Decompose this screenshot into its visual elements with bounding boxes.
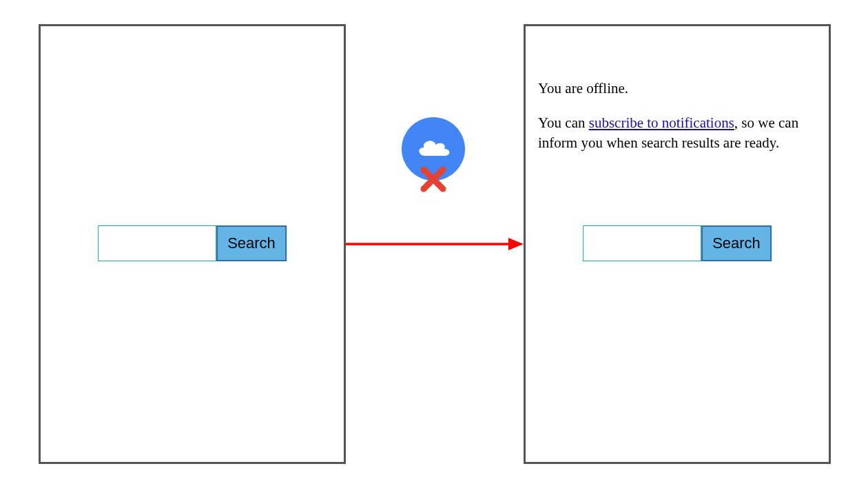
subscribe-pre: You can <box>538 114 589 131</box>
arrow-icon <box>346 230 524 258</box>
subscribe-text: You can subscribe to notifications, so w… <box>538 113 816 152</box>
search-input[interactable] <box>583 225 701 261</box>
offline-cloud-icon <box>402 117 465 181</box>
search-group-left: Search <box>98 225 287 261</box>
subscribe-link[interactable]: subscribe to notifications <box>589 114 734 131</box>
search-group-right: Search <box>583 225 772 261</box>
offline-message-block: You are offline. You can subscribe to no… <box>538 79 816 168</box>
search-input[interactable] <box>98 225 216 261</box>
search-button[interactable]: Search <box>701 225 772 261</box>
x-icon <box>420 165 447 193</box>
panel-before: Search <box>39 24 346 464</box>
offline-text: You are offline. <box>538 79 816 98</box>
panel-after: You are offline. You can subscribe to no… <box>524 24 831 464</box>
svg-marker-1 <box>508 238 524 250</box>
search-button[interactable]: Search <box>216 225 287 261</box>
cloud-icon <box>413 135 454 163</box>
